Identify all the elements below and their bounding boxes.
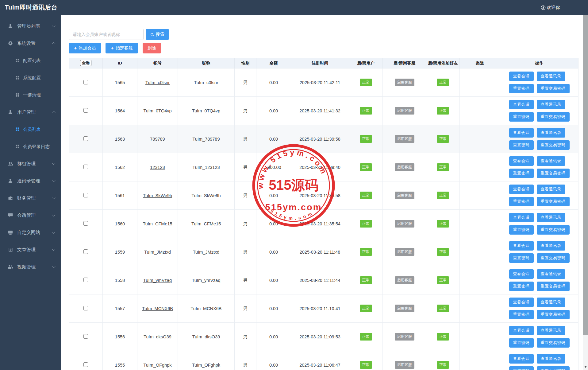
row-action-button[interactable]: 重置交易密码 [537, 282, 570, 291]
friend-status-badge[interactable]: 正常 [437, 248, 449, 256]
row-action-button[interactable]: 查看通讯录 [537, 72, 566, 81]
user-status-badge[interactable]: 正常 [360, 276, 372, 284]
row-checkbox[interactable] [83, 278, 88, 282]
row-checkbox[interactable] [83, 249, 88, 254]
row-action-button[interactable]: 查看会话 [509, 269, 534, 279]
row-action-button[interactable]: 查看会话 [509, 128, 534, 138]
row-action-button[interactable]: 查看通讯录 [537, 128, 566, 138]
row-action-button[interactable]: 重置密码 [509, 169, 534, 178]
row-action-button[interactable]: 重置交易密码 [537, 140, 570, 150]
search-button[interactable]: 搜索 [146, 29, 169, 40]
select-all-button[interactable]: 全选 [80, 60, 91, 66]
row-action-button[interactable]: 重置交易密码 [537, 225, 570, 235]
add-member-button[interactable]: + 添加会员 [69, 43, 101, 53]
row-action-button[interactable]: 重置密码 [509, 338, 534, 348]
friend-status-badge[interactable]: 正常 [437, 333, 449, 341]
row-action-button[interactable]: 查看会话 [509, 100, 534, 109]
support-status-badge[interactable]: 启用客服 [395, 163, 414, 171]
scrollbar-track[interactable] [583, 15, 588, 370]
row-action-button[interactable]: 查看会话 [509, 326, 534, 335]
row-action-button[interactable]: 查看通讯录 [537, 241, 566, 251]
row-action-button[interactable]: 重置密码 [509, 112, 534, 122]
account-link[interactable]: TuIm_ymVzaq [143, 278, 172, 283]
row-action-button[interactable]: 重置密码 [509, 310, 534, 319]
account-link[interactable]: 123123 [150, 165, 165, 170]
scrollbar-thumb[interactable] [583, 15, 588, 335]
support-status-badge[interactable]: 启用客服 [395, 248, 414, 256]
friend-status-badge[interactable]: 正常 [437, 192, 449, 199]
row-action-button[interactable]: 查看通讯录 [537, 185, 566, 194]
scrollbar-down-button[interactable] [583, 364, 588, 370]
delete-button[interactable]: 删除 [143, 43, 161, 53]
row-checkbox[interactable] [83, 108, 88, 113]
search-input[interactable] [69, 29, 144, 40]
user-status-badge[interactable]: 正常 [360, 248, 372, 256]
row-action-button[interactable]: 重置密码 [509, 140, 534, 150]
row-checkbox[interactable] [83, 193, 88, 197]
support-status-badge[interactable]: 启用客服 [395, 276, 414, 284]
row-action-button[interactable]: 查看会话 [509, 354, 534, 364]
friend-status-badge[interactable]: 正常 [437, 135, 449, 143]
friend-status-badge[interactable]: 正常 [437, 163, 449, 171]
row-action-button[interactable]: 重置交易密码 [537, 84, 570, 93]
sidebar-item-user[interactable]: 用户管理 [0, 103, 61, 121]
row-action-button[interactable]: 重置交易密码 [537, 197, 570, 206]
row-action-button[interactable]: 查看通讯录 [537, 298, 566, 307]
sidebar-item-grid[interactable]: 配置列表 [0, 52, 61, 69]
support-status-badge[interactable]: 启用客服 [395, 220, 414, 228]
sidebar-item-wallet[interactable]: 财务管理 [0, 189, 61, 207]
row-action-button[interactable]: 查看通讯录 [537, 326, 566, 335]
assign-support-button[interactable]: + 指定客服 [106, 43, 138, 53]
row-action-button[interactable]: 重置密码 [509, 253, 534, 263]
sidebar-item-users[interactable]: 群组管理 [0, 155, 61, 172]
sidebar-item-grid[interactable]: 系统配置 [0, 69, 61, 86]
sidebar-item-grid[interactable]: 会员列表 [0, 121, 61, 138]
row-action-button[interactable]: 重置密码 [509, 84, 534, 93]
account-link[interactable]: 789789 [150, 137, 165, 142]
row-action-button[interactable]: 重置交易密码 [537, 338, 570, 348]
row-action-button[interactable]: 查看通讯录 [537, 269, 566, 279]
row-action-button[interactable]: 查看会话 [509, 72, 534, 81]
sidebar-item-chat[interactable]: 会话管理 [0, 207, 61, 224]
row-action-button[interactable]: 查看通讯录 [537, 100, 566, 109]
user-status-badge[interactable]: 正常 [360, 305, 372, 312]
sidebar-item-grid[interactable]: 会员登录日志 [0, 138, 61, 155]
user-status-badge[interactable]: 正常 [360, 79, 372, 86]
friend-status-badge[interactable]: 正常 [437, 305, 449, 312]
account-link[interactable]: TuIm_JMztxd [144, 250, 171, 255]
row-action-button[interactable]: 重置密码 [509, 197, 534, 206]
welcome-user[interactable]: 欢迎你 [541, 5, 560, 10]
sidebar-item-article[interactable]: 文章管理 [0, 241, 61, 258]
support-status-badge[interactable]: 启用客服 [395, 192, 414, 199]
row-action-button[interactable]: 查看会话 [509, 185, 534, 194]
row-action-button[interactable]: 重置密码 [509, 282, 534, 291]
row-action-button[interactable]: 重置交易密码 [537, 169, 570, 178]
row-action-button[interactable]: 重置交易密码 [537, 366, 570, 370]
row-action-button[interactable]: 查看会话 [509, 298, 534, 307]
sidebar-item-monitor[interactable]: 自定义网站 [0, 224, 61, 241]
support-status-badge[interactable]: 启用客服 [395, 361, 414, 369]
account-link[interactable]: TuIm_CFMe15 [143, 221, 172, 226]
row-action-button[interactable]: 查看会话 [509, 156, 534, 166]
user-status-badge[interactable]: 正常 [360, 220, 372, 228]
support-status-badge[interactable]: 启用客服 [395, 333, 414, 341]
friend-status-badge[interactable]: 正常 [437, 107, 449, 115]
row-action-button[interactable]: 查看通讯录 [537, 354, 566, 364]
account-link[interactable]: TuIm_c0lsnr [145, 80, 170, 85]
row-action-button[interactable]: 重置交易密码 [537, 310, 570, 319]
support-status-badge[interactable]: 启用客服 [395, 79, 414, 86]
row-action-button[interactable]: 查看会话 [509, 241, 534, 251]
friend-status-badge[interactable]: 正常 [437, 276, 449, 284]
user-status-badge[interactable]: 正常 [360, 192, 372, 199]
row-checkbox[interactable] [83, 165, 88, 169]
user-status-badge[interactable]: 正常 [360, 135, 372, 143]
sidebar-item-contact[interactable]: 通讯录管理 [0, 172, 61, 189]
support-status-badge[interactable]: 启用客服 [395, 305, 414, 312]
account-link[interactable]: TuIm_dksO39 [144, 334, 171, 339]
support-status-badge[interactable]: 启用客服 [395, 135, 414, 143]
user-status-badge[interactable]: 正常 [360, 333, 372, 341]
friend-status-badge[interactable]: 正常 [437, 220, 449, 228]
row-action-button[interactable]: 重置密码 [509, 366, 534, 370]
row-action-button[interactable]: 查看通讯录 [537, 213, 566, 222]
row-action-button[interactable]: 重置交易密码 [537, 253, 570, 263]
